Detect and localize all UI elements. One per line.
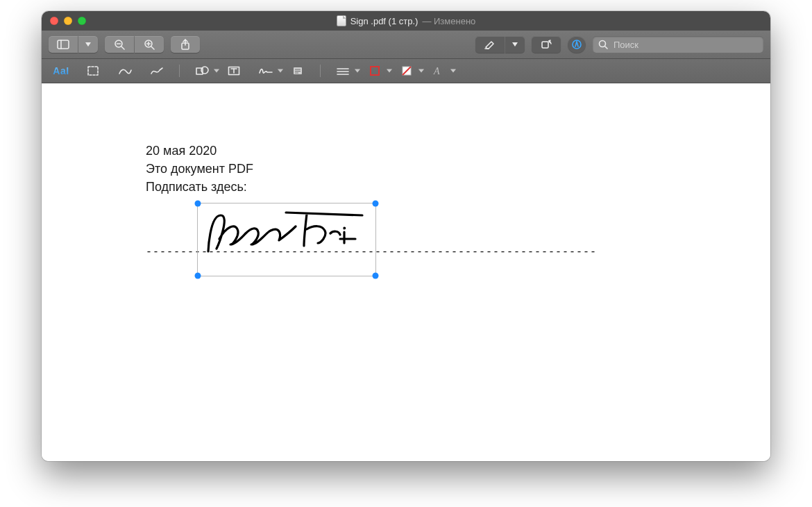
search-field[interactable]	[593, 36, 763, 53]
resize-handle-br[interactable]	[373, 273, 379, 279]
sidebar-toggle-button[interactable]	[49, 36, 78, 53]
separator	[320, 65, 321, 77]
highlight-button[interactable]	[475, 36, 505, 53]
svg-rect-14	[542, 42, 548, 48]
app-window: Sign .pdf (1 стр.) — Изменено	[42, 11, 770, 461]
text-line-desc: Это документ PDF	[146, 160, 253, 178]
sign-button[interactable]	[256, 63, 276, 78]
main-toolbar	[42, 31, 770, 59]
svg-text:A: A	[433, 66, 440, 76]
document-text-block: 20 мая 2020 Это документ PDF Подписать з…	[146, 142, 253, 196]
search-icon	[598, 40, 608, 49]
window-title: Sign .pdf (1 стр.) — Изменено	[42, 15, 770, 26]
svg-rect-18	[88, 67, 98, 75]
stroke-style-button[interactable]	[333, 63, 353, 78]
zoom-group	[105, 36, 164, 53]
svg-line-4	[121, 47, 124, 49]
fullscreen-window-button[interactable]	[78, 17, 86, 25]
svg-rect-31	[371, 67, 379, 75]
svg-rect-0	[58, 40, 69, 49]
zoom-in-button[interactable]	[135, 36, 164, 53]
svg-line-7	[151, 47, 154, 49]
stroke-color-button[interactable]	[365, 63, 384, 78]
svg-point-16	[600, 41, 606, 47]
document-icon	[337, 15, 346, 26]
font-style-button[interactable]: A	[429, 63, 448, 78]
share-button[interactable]	[171, 36, 200, 53]
search-input[interactable]	[612, 39, 758, 51]
svg-marker-2	[85, 42, 91, 47]
text-line-date: 20 мая 2020	[146, 142, 253, 160]
text-style-label: AaI	[53, 65, 69, 76]
resize-handle-bl[interactable]	[195, 273, 201, 279]
markup-toolbar-button[interactable]	[568, 36, 586, 53]
svg-marker-13	[512, 42, 518, 47]
selection-tool-button[interactable]	[83, 63, 103, 78]
highlight-group	[475, 36, 525, 53]
separator	[179, 65, 180, 77]
text-line-sign: Подписать здесь:	[146, 178, 253, 196]
close-window-button[interactable]	[50, 17, 58, 25]
signature-selection-box[interactable]	[197, 203, 376, 276]
minimize-window-button[interactable]	[64, 17, 72, 25]
sidebar-menu-button[interactable]	[78, 36, 98, 53]
document-canvas[interactable]: 20 мая 2020 Это документ PDF Подписать з…	[42, 83, 770, 461]
markup-toolbar: AaI	[42, 59, 770, 83]
window-title-text: Sign .pdf (1 стр.)	[350, 16, 418, 26]
text-style-button[interactable]: AaI	[51, 63, 71, 78]
zoom-out-button[interactable]	[105, 36, 134, 53]
resize-handle-tr[interactable]	[373, 201, 379, 207]
sketch-tool-button[interactable]	[115, 63, 135, 78]
fill-color-button[interactable]	[397, 63, 416, 78]
svg-line-17	[605, 47, 607, 49]
shapes-button[interactable]	[192, 63, 212, 78]
draw-tool-button[interactable]	[147, 63, 167, 78]
sidebar-toggle-group	[49, 36, 98, 53]
highlight-menu-button[interactable]	[505, 36, 525, 53]
textbox-button[interactable]	[224, 63, 244, 78]
rotate-button[interactable]	[532, 36, 561, 53]
window-title-status: — Изменено	[422, 16, 475, 26]
window-controls	[50, 17, 86, 25]
resize-handle-tl[interactable]	[195, 201, 201, 207]
note-button[interactable]	[288, 63, 307, 78]
titlebar: Sign .pdf (1 стр.) — Изменено	[42, 11, 770, 31]
